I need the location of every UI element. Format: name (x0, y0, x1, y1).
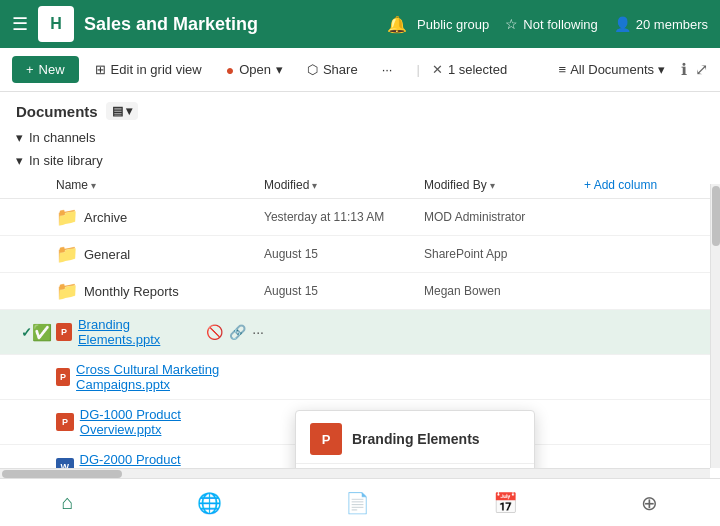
in-channels-section[interactable]: ▾ In channels (0, 126, 720, 149)
file-name-cell: P Cross Cultural Marketing Campaigns.ppt… (56, 362, 264, 392)
new-label: New (39, 62, 65, 77)
settings-icon[interactable]: 🔔 (387, 15, 407, 34)
more-button[interactable]: ··· (374, 58, 401, 81)
info-icon[interactable]: ℹ (681, 60, 687, 79)
in-site-library-chevron: ▾ (16, 153, 23, 168)
edit-grid-label: Edit in grid view (111, 62, 202, 77)
modified-col-label: Modified (264, 178, 309, 192)
documents-header: Documents ▤ ▾ (0, 92, 720, 126)
person-icon: 👤 (614, 16, 631, 32)
view-icon: ▤ (112, 104, 123, 118)
table-row[interactable]: General August 15 SharePoint App (0, 236, 720, 273)
file-name-text[interactable]: DG-1000 Product Overview.pptx (80, 407, 264, 437)
follow-button[interactable]: ☆ Not following (505, 16, 597, 32)
modified-sort-icon: ▾ (312, 180, 317, 191)
close-icon[interactable]: ✕ (432, 62, 443, 77)
pptx-icon: P (56, 413, 74, 431)
pptx-icon: P (56, 323, 72, 341)
view-chevron: ▾ (126, 104, 132, 118)
more-icon: ··· (382, 62, 393, 77)
public-group-label: Public group (417, 17, 489, 32)
file-name-cell: P DG-1000 Product Overview.pptx (56, 407, 264, 437)
in-channels-chevron: ▾ (16, 130, 23, 145)
modified-by-col-label: Modified By (424, 178, 487, 192)
file-list-header: Name ▾ Modified ▾ Modified By ▾ + Add co… (0, 172, 720, 199)
folder-icon (56, 280, 78, 302)
checkbox-header (16, 178, 56, 192)
checkbox-cell[interactable]: ✅ (16, 323, 56, 342)
globe-nav-icon[interactable]: 🌐 (197, 491, 222, 515)
top-navigation: ☰ H Sales and Marketing 🔔 Public group ☆… (0, 0, 720, 48)
table-row[interactable]: Archive Yesterday at 11:13 AM MOD Admini… (0, 199, 720, 236)
horizontal-scrollbar[interactable] (0, 468, 710, 478)
modified-cell: Yesterday at 11:13 AM (264, 210, 424, 224)
lines-icon: ≡ (559, 62, 567, 77)
file-popup: P Branding Elements ⬡ See details ⊗ You … (295, 410, 535, 468)
file-name-text[interactable]: Cross Cultural Marketing Campaigns.pptx (76, 362, 264, 392)
share-button[interactable]: ⬡ Share (299, 58, 366, 81)
expand-icon[interactable]: ⤢ (695, 60, 708, 79)
view-toggle[interactable]: ▤ ▾ (106, 102, 138, 120)
separator: | (416, 62, 419, 77)
modified-by-column-header[interactable]: Modified By ▾ (424, 178, 584, 192)
members-button[interactable]: 👤 20 members (614, 16, 708, 32)
horizontal-scrollbar-thumb[interactable] (2, 470, 122, 478)
share-label: Share (323, 62, 358, 77)
open-button[interactable]: ● Open ▾ (218, 58, 291, 82)
file-name-cell: P Branding Elements.pptx 🚫 🔗 ··· (56, 317, 264, 347)
all-docs-button[interactable]: ≡ All Documents ▾ (559, 62, 665, 77)
modified-by-cell: SharePoint App (424, 247, 584, 261)
table-row[interactable]: ✅ P Branding Elements.pptx 🚫 🔗 ··· (0, 310, 720, 355)
app-logo: H (38, 6, 74, 42)
vertical-scrollbar[interactable] (710, 184, 720, 468)
file-name-text[interactable]: General (84, 247, 130, 262)
nav-right: Public group ☆ Not following 👤 20 member… (417, 16, 708, 32)
modified-by-sort-icon: ▾ (490, 180, 495, 191)
add-nav-icon[interactable]: ⊕ (641, 491, 658, 515)
checked-out-icon: ✅ (32, 323, 52, 342)
modified-by-cell: Megan Bowen (424, 284, 584, 298)
public-group[interactable]: Public group (417, 17, 489, 32)
file-name-text[interactable]: Monthly Reports (84, 284, 179, 299)
all-docs-chevron: ▾ (658, 62, 665, 77)
toolbar: + New ⊞ Edit in grid view ● Open ▾ ⬡ Sha… (0, 48, 720, 92)
documents-title: Documents (16, 103, 98, 120)
docs-nav-icon[interactable]: 📄 (345, 491, 370, 515)
group-title: Sales and Marketing (84, 14, 371, 35)
popup-details-link[interactable]: ⬡ See details (296, 464, 534, 468)
members-label: 20 members (636, 17, 708, 32)
file-name-cell: W DG-2000 Product Overview.docx (56, 452, 264, 468)
calendar-nav-icon[interactable]: 📅 (493, 491, 518, 515)
vertical-scrollbar-thumb[interactable] (712, 186, 720, 246)
selected-count: 1 selected (448, 62, 507, 77)
modified-cell: August 15 (264, 247, 424, 261)
file-name-text[interactable]: DG-2000 Product Overview.docx (80, 452, 264, 468)
add-column-button[interactable]: + Add column (584, 178, 704, 192)
hamburger-icon[interactable]: ☰ (12, 13, 28, 35)
open-icon: ● (226, 62, 234, 78)
popup-pptx-icon: P (310, 423, 342, 455)
file-name-text[interactable]: Archive (84, 210, 127, 225)
copy-link-icon[interactable]: 🔗 (229, 324, 246, 340)
bottom-navigation: ⌂ 🌐 📄 📅 ⊕ (0, 478, 720, 526)
name-column-header[interactable]: Name ▾ (56, 178, 264, 192)
edit-grid-button[interactable]: ⊞ Edit in grid view (87, 58, 210, 81)
table-row[interactable]: Monthly Reports August 15 Megan Bowen (0, 273, 720, 310)
home-nav-icon[interactable]: ⌂ (62, 491, 74, 514)
file-name-cell: Monthly Reports (56, 280, 264, 302)
all-docs-label: All Documents (570, 62, 654, 77)
open-label: Open (239, 62, 271, 77)
selected-badge: ✕ 1 selected (432, 62, 507, 77)
star-icon: ☆ (505, 16, 518, 32)
table-row[interactable]: P Cross Cultural Marketing Campaigns.ppt… (0, 355, 720, 400)
modified-by-cell: MOD Administrator (424, 210, 584, 224)
new-button[interactable]: + New (12, 56, 79, 83)
in-site-library-section[interactable]: ▾ In site library (0, 149, 720, 172)
folder-icon (56, 243, 78, 265)
modified-column-header[interactable]: Modified ▾ (264, 178, 424, 192)
row-actions: 🚫 🔗 ··· (206, 324, 264, 340)
file-name-text[interactable]: Branding Elements.pptx (78, 317, 200, 347)
delete-icon[interactable]: 🚫 (206, 324, 223, 340)
more-actions-icon[interactable]: ··· (252, 324, 264, 340)
share-icon: ⬡ (307, 62, 318, 77)
